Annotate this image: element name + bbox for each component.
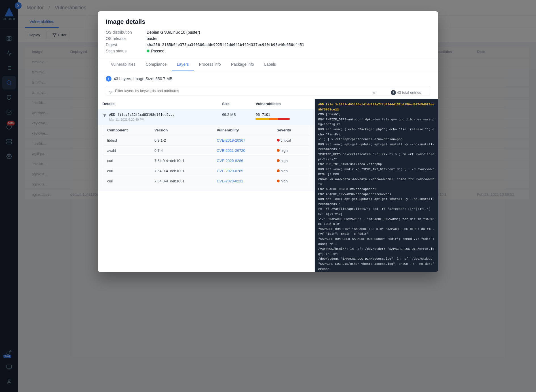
inner-col-component: Component xyxy=(103,125,150,135)
layer-chevron-icon[interactable]: ▼ xyxy=(102,113,107,118)
vuln-row: libbsd 0.9.1-2 CVE-2019-20367 critical xyxy=(103,135,310,145)
vuln-numbers: 96 7101 xyxy=(256,112,310,117)
modal-title: Image details xyxy=(106,18,430,25)
layers-table-wrap: Details Size Vulnerabilities xyxy=(98,99,315,272)
modal-header: Image details OS distribution Debian GNU… xyxy=(98,11,438,58)
modal-tab-package-info[interactable]: Package info xyxy=(226,58,259,71)
code-line: ENV PHPIZE_DEPS=autoconf dpkg-dev file g… xyxy=(318,117,435,127)
vuln-cve: CVE-2020-8231 xyxy=(212,176,272,186)
os-distribution-label: OS distribution xyxy=(106,30,140,35)
severity-dot-high xyxy=(277,149,280,152)
modal-meta: OS distribution Debian GNU/Linux 10 (bus… xyxy=(106,30,430,53)
inner-col-severity: Severity xyxy=(272,125,310,135)
filter-layers-input[interactable] xyxy=(106,86,430,95)
os-distribution-value: Debian GNU/Linux 10 (buster) xyxy=(147,30,200,35)
vuln-cve: CVE-2020-8286 xyxy=(212,155,272,166)
os-distribution-row: OS distribution Debian GNU/Linux 10 (bus… xyxy=(106,30,430,35)
total-entries-wrap: ? 43 total entries xyxy=(391,90,421,95)
modal-tab-compliance[interactable]: Compliance xyxy=(141,58,172,71)
vuln-count-7101: 7101 xyxy=(262,112,270,117)
code-line: -1'; } > /etc/apt/preferences.d/no-debia… xyxy=(318,137,435,142)
code-line: RUN set -eux; { echo 'Package: php*'; ec… xyxy=(318,127,435,137)
layer-main-cell: ▼ ADD file:3c32f1cd03198e141dd2... Mar 1… xyxy=(98,109,218,125)
severity-dot-critical xyxy=(277,139,280,142)
vuln-bar xyxy=(256,118,290,120)
layers-split: Details Size Vulnerabilities xyxy=(98,99,438,272)
code-line: "$APACHE_RUN_DIR" "$APACHE_LOG_DIR" "$AP… xyxy=(318,227,435,237)
modal-overlay[interactable]: Image details OS distribution Debian GNU… xyxy=(0,0,536,392)
modal-body: i 43 Layers, Image Size: 550.7 MB ✕ ? 43… xyxy=(98,71,438,272)
scan-status-value: Passed xyxy=(147,49,164,53)
code-line: /var/www/html/*; ln -sfT /dev/stderr "$A… xyxy=(318,247,435,257)
cve-link[interactable]: CVE-2020-8231 xyxy=(217,179,243,183)
vuln-inner-table: Component Version Vulnerability Severity xyxy=(102,125,310,186)
vuln-version: 0.7-4 xyxy=(150,145,212,155)
layers-info: i 43 Layers, Image Size: 550.7 MB xyxy=(98,71,438,86)
code-line: /dev/stdout "$APACHE_LOG_DIR/access.log"… xyxy=(318,257,435,262)
vuln-row: avahi 0.7-4 CVE-2021-26720 high xyxy=(103,145,310,155)
severity-dot-high xyxy=(277,169,280,172)
modal-tab-process-info[interactable]: Process info xyxy=(194,58,226,71)
cve-link[interactable]: CVE-2019-20367 xyxy=(217,138,245,142)
main-content: Monitor / Vulnerabilities Vulnerabilitie… xyxy=(18,0,536,392)
filter-clear-icon[interactable]: ✕ xyxy=(372,90,376,95)
modal-tab-layers[interactable]: Layers xyxy=(172,58,194,71)
modal-tab-labels[interactable]: Labels xyxy=(259,58,281,71)
cve-link[interactable]: CVE-2020-8285 xyxy=(217,169,243,173)
vuln-component: libbsd xyxy=(103,135,150,145)
code-line: RUN set -eux; mkdir -p "$PHP_INI_DIR/con… xyxy=(318,167,435,177)
bar-segment-red xyxy=(278,118,290,120)
col-header-vulnerabilities: Vulnerabilities xyxy=(251,99,315,109)
severity-dot-high xyxy=(277,180,280,182)
modal-tab-vulnerabilities[interactable]: Vulnerabilities xyxy=(106,58,141,71)
vuln-version: 0.9.1-2 xyxy=(150,135,212,145)
image-details-modal: Image details OS distribution Debian GNU… xyxy=(98,11,438,272)
col-header-details: Details xyxy=(98,99,218,109)
vuln-component: avahi xyxy=(103,145,150,155)
digest-value: sha256:2f85b64e373aa340300adde9925f42dd0… xyxy=(147,42,304,47)
vuln-severity: high xyxy=(272,155,310,166)
modal-tabs: Vulnerabilities Compliance Layers Proces… xyxy=(98,58,438,71)
inner-col-version: Version xyxy=(150,125,212,135)
bar-segment-yellow xyxy=(256,118,269,120)
help-icon[interactable]: ? xyxy=(391,90,396,95)
layer-cmd-wrap: ADD file:3c32f1cd03198e141dd2... Mar 11,… xyxy=(109,112,175,121)
digest-label: Digest xyxy=(106,42,140,47)
vuln-count-96: 96 xyxy=(256,112,259,117)
vuln-version: 7.64.0-4+deb10u1 xyxy=(150,155,212,166)
vuln-row: curl 7.64.0-4+deb10u1 CVE-2020-8231 high xyxy=(103,176,310,186)
vuln-severity: high xyxy=(272,166,310,176)
code-line: ADD file:3c32f1cd03198e141dd233a7ffd1344… xyxy=(318,102,435,112)
layer-row-expanded: ▼ ADD file:3c32f1cd03198e141dd2... Mar 1… xyxy=(98,109,315,125)
vuln-component: curl xyxy=(103,155,150,166)
layer-command: ADD file:3c32f1cd03198e141dd2... xyxy=(109,112,175,117)
scan-status-label: Scan status xyxy=(106,49,140,53)
vuln-severity: high xyxy=(272,145,310,155)
os-release-label: OS release xyxy=(106,36,140,41)
vuln-cve: CVE-2021-26720 xyxy=(212,145,272,155)
passed-dot xyxy=(147,50,149,52)
code-panel: ADD file:3c32f1cd03198e141dd233a7ffd1344… xyxy=(315,99,438,272)
vuln-severity: high xyxy=(272,176,310,186)
vuln-row: curl 7.64.0-4+deb10u1 CVE-2020-8286 high xyxy=(103,155,310,166)
layers-table: Details Size Vulnerabilities xyxy=(98,99,315,191)
vuln-version: 7.64.0-4+deb10u1 xyxy=(150,166,212,176)
vuln-bar-wrap: 96 7101 xyxy=(256,112,310,120)
vuln-component: curl xyxy=(103,176,150,186)
digest-row: Digest sha256:2f85b64e373aa340300adde992… xyxy=(106,42,430,47)
vuln-cve: CVE-2019-20367 xyxy=(212,135,272,145)
severity-dot-high xyxy=(277,159,280,162)
code-line: CMD ["bash"] xyxy=(318,112,435,117)
svg-marker-25 xyxy=(109,91,112,94)
code-line: ENV PHP_INI_DIR=/usr/local/etc/php xyxy=(318,162,435,167)
filter-layers-icon xyxy=(109,91,113,95)
code-line: rm -rf /var/lib/apt/lists/*; sed -ri 's/… xyxy=(318,207,435,217)
inner-col-vulnerability: Vulnerability xyxy=(212,125,272,135)
passed-text: Passed xyxy=(151,49,164,53)
code-line: ENV APACHE_CONFDIR=/etc/apache2 xyxy=(318,187,435,192)
cve-link[interactable]: CVE-2021-26720 xyxy=(217,148,245,153)
code-line: \1/' "$APACHE_ENVVARS"; . "$APACHE_ENVVA… xyxy=(318,217,435,227)
scan-status-row: Scan status Passed xyxy=(106,49,430,53)
code-line: "$APACHE_RUN_USER:$APACHE_RUN_GROUP" "$A… xyxy=(318,272,435,272)
cve-link[interactable]: CVE-2020-8286 xyxy=(217,159,243,163)
